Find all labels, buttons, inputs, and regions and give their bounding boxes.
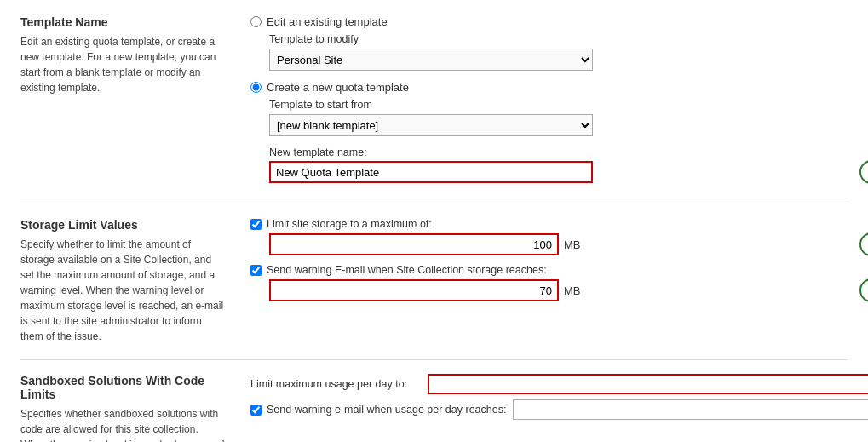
max-usage-row: Limit maximum usage per day to: points 4 <box>250 374 868 394</box>
badge-2: 2 <box>859 232 868 256</box>
template-start-select[interactable]: [new blank template] <box>269 114 593 136</box>
template-to-modify-label: Template to modify <box>269 33 848 45</box>
limit-storage-checkbox[interactable] <box>250 219 262 230</box>
edit-existing-radio[interactable] <box>250 16 262 27</box>
warn-usage-row: Send warning e-mail when usage per day r… <box>250 399 868 420</box>
warning-email-checkbox-row: Send warning E-mail when Site Collection… <box>250 264 848 276</box>
template-name-section: Template Name Edit an existing quota tem… <box>20 15 848 183</box>
new-template-name-input[interactable] <box>269 161 593 183</box>
template-start-select-wrapper: [new blank template] <box>269 114 848 136</box>
warn-storage-input[interactable] <box>269 279 559 301</box>
sandboxed-desc: Specifies whether sandboxed solutions wi… <box>20 406 225 442</box>
warn-usage-label[interactable]: Send warning e-mail when usage per day r… <box>267 404 506 416</box>
storage-limit-title: Storage Limit Values <box>20 218 225 232</box>
edit-existing-label[interactable]: Edit an existing template <box>267 15 388 28</box>
warn-storage-checkbox[interactable] <box>250 265 262 276</box>
warn-usage-input[interactable] <box>513 399 868 420</box>
warn-usage-checkbox[interactable] <box>250 405 262 416</box>
new-template-name-label: New template name: <box>269 146 848 158</box>
limit-storage-row: Limit site storage to a maximum of: MB 2 <box>250 218 848 255</box>
divider-1 <box>20 204 848 204</box>
warning-email-row: Send warning E-mail when Site Collection… <box>250 264 848 301</box>
template-name-desc: Edit an existing quota template, or crea… <box>20 34 225 95</box>
sandboxed-left: Sandboxed Solutions With Code Limits Spe… <box>20 374 242 442</box>
create-new-radio[interactable] <box>250 82 262 93</box>
warn-storage-input-wrapper: MB 3 <box>269 279 848 301</box>
warn-storage-label[interactable]: Send warning E-mail when Site Collection… <box>267 264 547 276</box>
badge-3: 3 <box>859 278 868 302</box>
new-template-name-wrapper: 1 <box>269 161 848 183</box>
sandboxed-section: Sandboxed Solutions With Code Limits Spe… <box>20 374 848 442</box>
page-container: Template Name Edit an existing quota tem… <box>0 0 868 442</box>
storage-limit-desc: Specify whether to limit the amount of s… <box>20 237 225 344</box>
limit-storage-checkbox-row: Limit site storage to a maximum of: <box>250 218 848 230</box>
template-to-modify-select-wrapper: Personal Site <box>269 49 848 71</box>
template-to-modify-select[interactable]: Personal Site <box>269 49 593 71</box>
template-name-left: Template Name Edit an existing quota tem… <box>20 15 242 183</box>
storage-limit-section: Storage Limit Values Specify whether to … <box>20 218 848 344</box>
badge-1: 1 <box>859 160 868 184</box>
limit-storage-label[interactable]: Limit site storage to a maximum of: <box>267 218 432 230</box>
create-new-row: Create a new quota template <box>250 81 848 94</box>
limit-storage-input-wrapper: MB 2 <box>269 233 848 255</box>
template-name-title: Template Name <box>20 15 225 29</box>
warn-storage-unit: MB <box>564 284 581 297</box>
edit-existing-row: Edit an existing template <box>250 15 848 28</box>
template-name-right: Edit an existing template Template to mo… <box>242 15 848 183</box>
max-usage-label: Limit maximum usage per day to: <box>250 378 421 390</box>
storage-limit-right: Limit site storage to a maximum of: MB 2… <box>242 218 848 344</box>
sandboxed-right: Limit maximum usage per day to: points 4… <box>242 374 868 442</box>
divider-2 <box>20 359 848 360</box>
template-start-label: Template to start from <box>269 99 848 111</box>
limit-storage-input[interactable] <box>269 233 559 255</box>
create-new-label[interactable]: Create a new quota template <box>267 81 409 94</box>
sandboxed-title: Sandboxed Solutions With Code Limits <box>20 374 225 401</box>
limit-storage-unit: MB <box>564 238 581 251</box>
storage-limit-left: Storage Limit Values Specify whether to … <box>20 218 242 344</box>
max-usage-input[interactable] <box>428 374 868 394</box>
